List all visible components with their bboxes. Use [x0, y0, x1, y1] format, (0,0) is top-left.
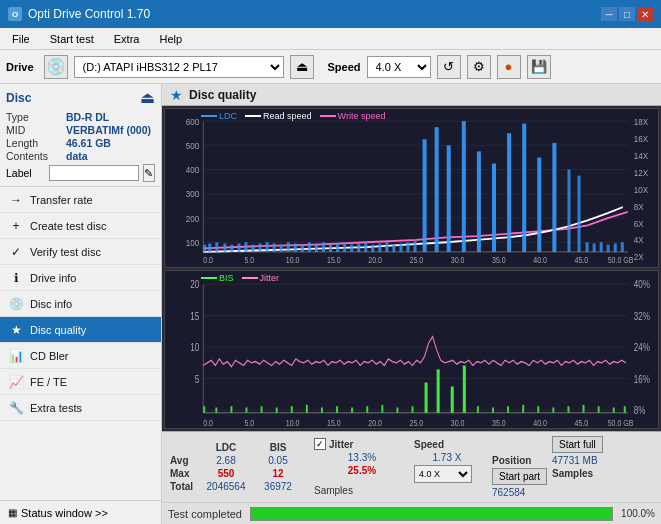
svg-rect-67	[435, 127, 439, 252]
titlebar: O Opti Drive Control 1.70 ─ □ ✕	[0, 0, 661, 28]
svg-rect-63	[399, 243, 402, 251]
svg-rect-81	[607, 245, 610, 252]
jitter-color-swatch	[242, 277, 258, 279]
legend-read-speed-label: Read speed	[263, 111, 312, 121]
fe-te-icon: 📈	[8, 374, 24, 390]
jitter-section: ✓ Jitter Speed 13.3% 1.73 X 25.5% 4.0 X	[312, 437, 482, 497]
nav-transfer-rate[interactable]: → Transfer rate	[0, 187, 161, 213]
content-area: ★ Disc quality LDC Read speed	[162, 84, 661, 524]
svg-rect-141	[624, 406, 626, 413]
start-part-button[interactable]: Start part	[492, 468, 547, 485]
svg-text:500: 500	[186, 140, 199, 151]
svg-rect-126	[412, 406, 414, 413]
jitter-checkbox[interactable]: ✓	[314, 438, 326, 450]
refresh-button[interactable]: ↺	[437, 55, 461, 79]
svg-rect-128	[437, 369, 440, 412]
position-header	[490, 435, 550, 454]
nav-extra-tests[interactable]: 🔧 Extra tests	[0, 395, 161, 421]
stats-speed-selector[interactable]: 4.0 X 8.0 X	[414, 465, 472, 483]
svg-text:5.0: 5.0	[244, 418, 254, 428]
disc-type-label: Type	[6, 111, 66, 123]
menu-extra[interactable]: Extra	[106, 31, 148, 47]
nav-create-test-disc[interactable]: + Create test disc	[0, 213, 161, 239]
svg-text:20.0: 20.0	[368, 255, 382, 265]
stats-table: LDC BIS Avg 2.68 0.05 Max 550 12 Total 2…	[168, 441, 304, 493]
svg-text:16X: 16X	[634, 133, 648, 144]
svg-text:10X: 10X	[634, 184, 648, 195]
svg-rect-60	[378, 243, 381, 251]
stats-max-label: Max	[168, 467, 200, 480]
svg-rect-114	[230, 406, 232, 413]
svg-rect-47	[287, 242, 290, 252]
svg-rect-74	[537, 157, 541, 251]
menu-start-test[interactable]: Start test	[42, 31, 102, 47]
svg-rect-43	[259, 243, 262, 251]
progress-bar-fill	[251, 508, 612, 520]
read-speed-color-swatch	[245, 115, 261, 117]
stats-speed-val: 1.73 X	[412, 451, 482, 464]
disc-panel-header: Disc ⏏	[6, 88, 155, 107]
svg-rect-59	[371, 245, 374, 252]
speed-select-cell: 4.0 X 8.0 X	[412, 464, 482, 484]
settings-button[interactable]: ⚙	[467, 55, 491, 79]
nav-verify-test-disc[interactable]: ✓ Verify test disc	[0, 239, 161, 265]
stats-avg-label: Avg	[168, 454, 200, 467]
svg-rect-140	[613, 407, 615, 412]
svg-text:25.0: 25.0	[409, 418, 423, 428]
svg-rect-68	[447, 145, 451, 252]
toolbar: Drive 💿 (D:) ATAPI iHBS312 2 PL17 ⏏ Spee…	[0, 50, 661, 84]
disc-length-label: Length	[6, 137, 66, 149]
minimize-button[interactable]: ─	[601, 7, 617, 21]
svg-rect-129	[451, 386, 454, 412]
svg-rect-71	[492, 164, 496, 252]
nav-disc-quality[interactable]: ★ Disc quality	[0, 317, 161, 343]
cd-button[interactable]: ●	[497, 55, 521, 79]
disc-panel: Disc ⏏ Type BD-R DL MID VERBATIMf (000) …	[0, 84, 161, 187]
nav-fe-te[interactable]: 📈 FE / TE	[0, 369, 161, 395]
stats-panel: LDC BIS Avg 2.68 0.05 Max 550 12 Total 2…	[162, 431, 661, 502]
svg-text:30.0: 30.0	[451, 418, 465, 428]
samples-val-cell	[412, 484, 482, 497]
status-window-button[interactable]: ▦ Status window >>	[0, 500, 161, 524]
svg-text:0.0: 0.0	[203, 418, 213, 428]
drive-selector[interactable]: (D:) ATAPI iHBS312 2 PL17	[74, 56, 284, 78]
speed-selector[interactable]: 4.0 X 8.0 X 1.0 X 2.0 X	[367, 56, 431, 78]
disc-label-edit-button[interactable]: ✎	[143, 164, 155, 182]
drive-icon-btn[interactable]: 💿	[44, 55, 68, 79]
svg-text:15.0: 15.0	[327, 418, 341, 428]
nav-disc-info[interactable]: 💿 Disc info	[0, 291, 161, 317]
nav-cd-bler[interactable]: 📊 CD Bler	[0, 343, 161, 369]
svg-text:10: 10	[190, 342, 199, 353]
svg-rect-134	[522, 404, 524, 412]
disc-label-label: Label	[6, 167, 45, 179]
svg-rect-56	[350, 245, 353, 252]
disc-eject-icon[interactable]: ⏏	[140, 88, 155, 107]
svg-text:5.0: 5.0	[244, 255, 254, 265]
svg-rect-72	[507, 133, 511, 252]
maximize-button[interactable]: □	[619, 7, 635, 21]
samples-value: 762584	[490, 486, 550, 499]
svg-rect-42	[252, 245, 255, 252]
svg-rect-112	[203, 406, 205, 413]
nav-drive-info[interactable]: ℹ Drive info	[0, 265, 161, 291]
save-button[interactable]: 💾	[527, 55, 551, 79]
menu-file[interactable]: File	[4, 31, 38, 47]
svg-text:0.0: 0.0	[203, 255, 213, 265]
svg-text:14X: 14X	[634, 150, 648, 161]
disc-type-value: BD-R DL	[66, 111, 109, 123]
start-full-button[interactable]: Start full	[552, 436, 603, 453]
legend-write-speed: Write speed	[320, 111, 386, 121]
position-label: Position	[490, 454, 550, 467]
write-speed-color-swatch	[320, 115, 336, 117]
svg-text:4X: 4X	[634, 235, 644, 246]
titlebar-controls: ─ □ ✕	[601, 7, 653, 21]
close-button[interactable]: ✕	[637, 7, 653, 21]
eject-button[interactable]: ⏏	[290, 55, 314, 79]
disc-label-input[interactable]	[49, 165, 139, 181]
svg-rect-132	[492, 407, 494, 412]
svg-text:40.0: 40.0	[533, 255, 547, 265]
svg-text:400: 400	[186, 165, 199, 176]
svg-rect-113	[215, 407, 217, 412]
menu-help[interactable]: Help	[151, 31, 190, 47]
svg-text:35.0: 35.0	[492, 418, 506, 428]
